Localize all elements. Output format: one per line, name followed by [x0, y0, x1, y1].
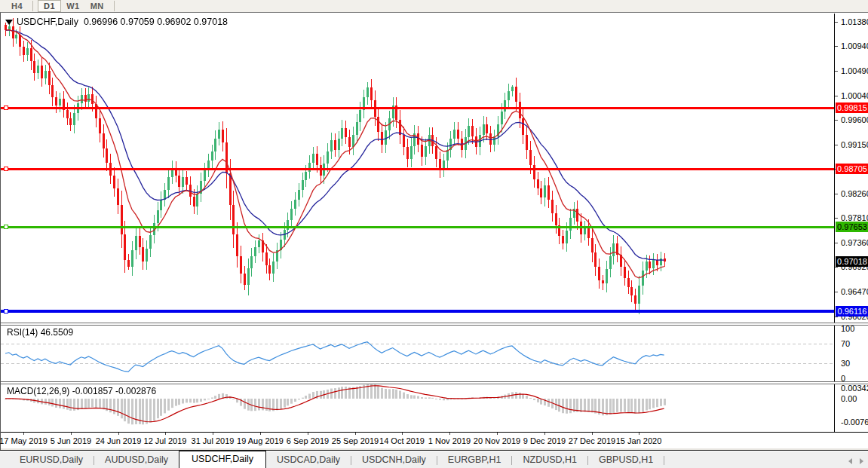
time-axis-tick — [213, 433, 213, 435]
rsi-canvas[interactable] — [1, 326, 834, 381]
chart-tab-eurgbp-h1[interactable]: EURGBP,H1 — [437, 453, 512, 468]
chart-tab-usdcnh-daily[interactable]: USDCNH,Daily — [351, 453, 437, 468]
chart-tab-nzdusd-h1[interactable]: NZDUSD,H1 — [512, 453, 587, 468]
candlestick-canvas[interactable] — [1, 14, 834, 323]
price-axis-tick — [835, 96, 838, 96]
time-axis-label: 19 Aug 2019 — [234, 436, 287, 445]
timeframe-button-h4[interactable]: H4 — [6, 1, 28, 11]
timeframe-button-d1[interactable]: D1 — [38, 0, 61, 12]
time-axis-label: 17 May 2019 — [0, 436, 50, 445]
price-axis-label: 0.99600 — [841, 115, 868, 124]
price-axis: 1.013801.009401.004901.000400.996000.991… — [834, 14, 868, 432]
time-axis-label: 9 Dec 2019 — [518, 436, 571, 445]
price-axis-tick — [835, 218, 838, 219]
time-axis-tick — [402, 433, 403, 435]
time-axis-label: 27 Dec 2019 — [566, 436, 618, 445]
symbol-dropdown-icon[interactable] — [5, 20, 13, 25]
macd-axis-label: 0.003428 — [841, 384, 868, 393]
price-axis-label: 0.97360 — [841, 238, 868, 247]
time-axis-tick — [308, 433, 308, 435]
tab-scroll-left-icon[interactable] — [848, 458, 852, 464]
chart-window: USDCHF,Daily 0.96996 0.97059 0.96902 0.9… — [0, 12, 868, 450]
tab-scroll-arrows — [848, 458, 863, 464]
time-axis-tick — [592, 433, 593, 435]
chart-tab-audusd-daily[interactable]: AUDUSD,Daily — [94, 453, 179, 468]
price-axis-tick — [835, 194, 838, 194]
price-axis-tick — [835, 267, 838, 268]
toolbar-separator — [32, 1, 33, 11]
macd-pane[interactable]: MACD(12,26,9) -0.001857 -0.002876 — [1, 384, 834, 432]
time-axis-tick — [497, 433, 498, 435]
price-badge: 0.97018 — [836, 256, 868, 267]
rsi-label: RSI(14) 46.5509 — [7, 327, 73, 338]
time-axis-label: 14 Oct 2019 — [376, 436, 428, 445]
time-axis-label: 12 Jul 2019 — [139, 436, 192, 445]
price-axis-tick — [835, 120, 838, 121]
chart-tab-eurusd-daily[interactable]: EURUSD,Daily — [9, 453, 94, 468]
time-axis-label: 1 Nov 2019 — [423, 436, 476, 445]
time-axis-tick — [355, 433, 356, 435]
time-axis-label: 5 Jun 2019 — [44, 436, 97, 445]
price-axis-tick — [835, 243, 838, 243]
time-axis-label: 31 Jul 2019 — [186, 436, 239, 445]
rsi-axis-label: 70 — [841, 339, 850, 348]
chart-tab-gbpusd-h1[interactable]: GBPUSD,H1 — [588, 453, 664, 468]
price-axis-tick — [835, 292, 838, 292]
price-axis-tick — [835, 317, 838, 317]
price-axis-tick — [835, 46, 838, 47]
price-axis-label: 1.00940 — [841, 41, 868, 50]
time-axis-label: 6 Sep 2019 — [281, 436, 334, 445]
price-axis-tick — [835, 71, 838, 72]
macd-label: MACD(12,26,9) -0.001857 -0.002876 — [7, 386, 156, 396]
chart-tab-bar: EURUSD,DailyAUDUSD,DailyUSDCHF,DailyUSDC… — [0, 450, 868, 468]
ohlc-values: 0.96996 0.97059 0.96902 0.97018 — [78, 17, 228, 27]
time-axis-label: 24 Jun 2019 — [92, 436, 145, 445]
time-axis-tick — [260, 433, 261, 435]
macd-axis-label: -0.007615 — [841, 418, 868, 427]
time-axis-label: 20 Nov 2019 — [471, 436, 523, 445]
time-axis-tick — [544, 433, 545, 435]
price-axis-tick — [835, 145, 838, 145]
time-axis-tick — [71, 433, 72, 435]
chart-tab-usdchf-daily[interactable]: USDCHF,Daily — [179, 451, 266, 468]
chart-title: USDCHF,Daily 0.96996 0.97059 0.96902 0.9… — [5, 17, 228, 27]
symbol-label: USDCHF,Daily — [17, 17, 78, 27]
time-axis-tick — [118, 433, 119, 435]
price-axis-label: 0.99150 — [841, 140, 868, 149]
price-badge: 0.99815 — [836, 102, 868, 113]
price-axis-tick — [835, 22, 838, 23]
price-axis-label: 1.00040 — [841, 91, 868, 100]
time-axis-tick — [23, 433, 24, 435]
mt4-terminal: H4D1W1MN USDCHF,Daily 0.96996 0.97059 0.… — [0, 0, 868, 468]
timeframe-button-w1[interactable]: W1 — [61, 1, 85, 11]
time-axis-tick — [449, 433, 450, 435]
timeframe-button-mn[interactable]: MN — [85, 1, 109, 11]
time-axis-tick — [165, 433, 166, 435]
price-badge: 0.97653 — [836, 222, 868, 232]
toolbar-separator — [114, 1, 115, 11]
pane-splitter-macd[interactable] — [1, 381, 868, 384]
time-axis-tick — [639, 433, 639, 435]
rsi-pane[interactable]: RSI(14) 46.5509 — [1, 326, 834, 381]
price-badge: 0.98705 — [836, 164, 868, 174]
timeframe-toolbar: H4D1W1MN — [0, 0, 868, 12]
rsi-axis-label: 30 — [841, 359, 850, 368]
chart-tab-usdcad-daily[interactable]: USDCAD,Daily — [266, 453, 351, 468]
price-axis-label: 0.98260 — [841, 189, 868, 198]
main-chart-pane[interactable]: USDCHF,Daily 0.96996 0.97059 0.96902 0.9… — [1, 14, 834, 323]
tab-scroll-right-icon[interactable] — [860, 458, 863, 464]
time-axis-label: 25 Sep 2019 — [329, 436, 382, 445]
macd-axis-label: 0.00 — [841, 394, 857, 403]
price-axis-label: 1.00490 — [841, 66, 868, 75]
pane-splitter-rsi[interactable] — [1, 323, 868, 326]
time-axis: 17 May 20195 Jun 201924 Jun 201912 Jul 2… — [1, 432, 868, 448]
price-axis-label: 1.01380 — [841, 17, 868, 26]
price-axis-label: 0.96470 — [841, 287, 868, 296]
price-badge: 0.96116 — [836, 306, 868, 317]
time-axis-label: 15 Jan 2020 — [612, 436, 665, 445]
tab-separator — [664, 456, 664, 465]
